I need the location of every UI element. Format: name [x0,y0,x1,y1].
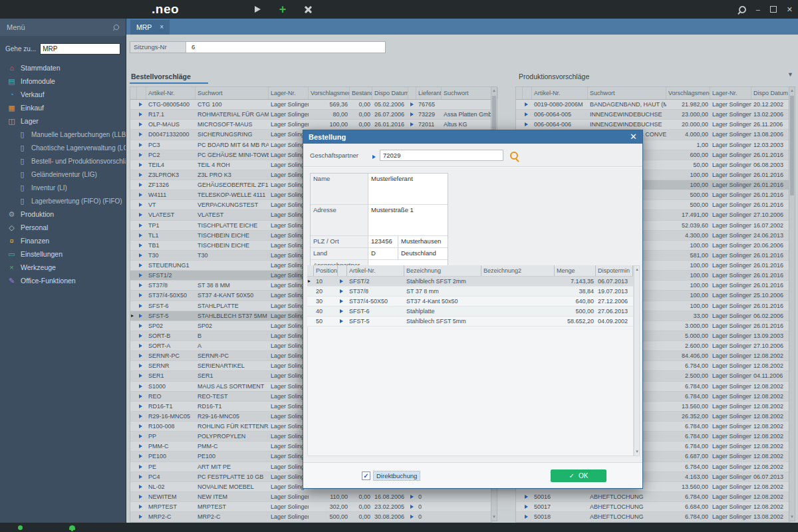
cell: Lager Solingen [710,221,751,230]
scroll-down-icon[interactable]: ▼ [789,514,795,520]
column-header[interactable]: Dispo Datum [751,87,789,99]
column-header[interactable]: Menge [555,265,596,276]
close-button[interactable]: ✕ [787,0,793,19]
scroll-thumb[interactable] [790,96,794,196]
plz-field[interactable]: 123456 [368,236,398,247]
ok-button[interactable]: ✓ OK [551,469,606,482]
table-row[interactable]: 006-0064-005INNENGEWINDEBUCHSE23.000,00L… [516,110,789,120]
column-header[interactable]: Bezeichnung [404,265,481,276]
column-header[interactable]: Vorschlagsmenge [309,87,350,99]
sidebar-item-personal[interactable]: ◇Personal [0,221,126,234]
scroll-down-icon[interactable]: ▼ [634,449,640,455]
table-row[interactable]: 30ST37/4-50X50ST37 4-Kant 50x50640,8027.… [307,297,633,307]
goto-input[interactable] [40,43,120,55]
column-header[interactable]: Artikel-Nr. [532,87,588,99]
table-row[interactable]: 50SFST-5Stahlblech SFST 5mm58.652,2004.0… [307,317,633,327]
table-row[interactable]: 40SFST-6Stahlplatte500,0027.06.2013 [307,307,633,317]
current-row-marker [130,231,137,240]
column-header[interactable]: Artikel-Nr. [146,87,196,99]
cell [442,492,498,501]
run-button[interactable] [251,2,263,17]
table-row[interactable]: CTG-08005400CTG 100Lager Solingen569,360… [130,100,491,110]
table-row[interactable]: MRPTESTMRPTESTLager Solingen302,000,0023… [130,502,491,512]
name-field[interactable]: Musterlieferant [368,174,448,204]
direktbuchung-checkbox[interactable]: ✓ [362,471,370,480]
sidebar-item-finanzen[interactable]: ¤Finanzen [0,234,126,247]
positions-scrollbar[interactable]: ▲ ▼ [634,265,640,456]
sidebar-item-bestell-und-produktionsvorschl-ge-mrp[interactable]: ▯Bestell- und Produktionsvorschläge (MRP… [0,154,126,168]
column-header[interactable]: Dispotermin [596,265,633,276]
link-arrow-icon[interactable] [372,155,376,159]
dialog-close-icon[interactable]: ✕ [630,130,637,144]
sidebar-item-verkauf[interactable]: ◔Verkauf [0,88,126,101]
scroll-up-icon[interactable]: ▲ [634,267,640,273]
column-header[interactable]: Vorschlagsmenge [666,87,710,99]
land-code-field[interactable]: D [368,248,398,259]
table-row[interactable]: NEWITEMNEW ITEMLager Solingen110,000,001… [130,492,491,502]
sidebar-item-einstellungen[interactable]: ▭Einstellungen [0,247,126,261]
tab-close-icon[interactable]: × [160,20,164,35]
minimize-button[interactable]: – [756,0,760,19]
maximize-button[interactable] [770,6,777,13]
column-header[interactable]: Lager-Nr. [710,87,751,99]
column-header[interactable]: Bezeichnung2 [481,265,555,276]
column-header[interactable]: Bestand [350,87,372,99]
column-header[interactable]: Suchwort [442,87,498,99]
table-row[interactable]: 50016ABHEFTLOCHUNG6.784,00Lager Solingen… [516,492,789,502]
sidebar-item-stammdaten[interactable]: ⌂Stammdaten [0,61,126,74]
right-panel-title[interactable]: Produktionsvorschläge [519,72,589,80]
sidebar-item-produktion[interactable]: ⚙Produktion [0,207,126,221]
partner-input[interactable] [380,150,503,161]
adresse-field[interactable]: Musterstraße 1 [368,205,448,235]
table-row[interactable]: R17.1ROHMATERIAL FÜR GAMMA-NAGELLager So… [130,110,491,120]
table-row[interactable]: 0019-0080-2006MBANDAGENBAND, HAUT (MTR)2… [516,100,789,110]
search-icon[interactable] [510,152,518,160]
column-header[interactable]: Position [314,265,338,276]
sidebar-item-lager[interactable]: ◫Lager [0,114,126,128]
pin-icon[interactable] [112,23,120,31]
sidebar-item-lagerbewertung-fifo-fifo[interactable]: ▯Lagerbewertung (FIFO) (FIFO) [0,194,126,207]
column-header[interactable]: Lieferant▼ [416,87,442,99]
table-row[interactable]: OLP-MAUSMICROSOFT-MAUSLager Solingen100,… [130,120,491,130]
link-arrow-icon [139,495,142,499]
cell: 6.784,00 [666,361,710,370]
column-header[interactable]: Lager-Nr. [269,87,309,99]
sidebar-item-manuelle-lagerbuchungen-llb[interactable]: ▯Manuelle Lagerbuchungen (LLB) [0,128,126,141]
table-row[interactable]: 50018ABHEFTLOCHUNG6.784,00Lager Solingen… [516,512,789,522]
cell: Lager Solingen [710,482,751,491]
sidebar-item-infomodule[interactable]: ▤Infomodule [0,74,126,88]
column-header[interactable]: Suchwort [196,87,269,99]
cell: 6.684,00 [666,502,710,511]
scroll-up-icon[interactable]: ▲ [789,88,795,94]
ort-field[interactable]: Musterhausen [398,236,448,247]
notification-bell-icon[interactable] [69,525,75,530]
pin-window-button[interactable] [739,6,746,13]
tab-mrp[interactable]: MRP × [130,20,170,35]
session-value[interactable]: 6 [186,42,385,53]
left-panel-title[interactable]: Bestellvorschläge [131,72,191,80]
panel-dropdown-icon[interactable]: ▼ [787,71,793,78]
column-header[interactable]: Suchwort [588,87,666,99]
right-table-scrollbar[interactable]: ▲ ▼ [789,86,795,521]
column-header[interactable]: Artikel-Nr. [347,265,404,276]
new-button[interactable]: + [277,2,289,17]
sidebar-item-einkauf[interactable]: ▦Einkauf [0,101,126,114]
current-row-marker [516,100,523,109]
cell: 06.02.2006 [751,311,789,321]
table-row[interactable]: MRP2-CMRP2-CLager Solingen500,000,0030.0… [130,512,491,522]
sidebar-item-werkzeuge[interactable]: ×Werkzeuge [0,261,126,274]
tools-button[interactable] [302,2,314,17]
scroll-up-icon[interactable]: ▲ [491,88,497,94]
table-row[interactable]: 006-0064-006INNENGEWINDEBUCHSE20.000,00L… [516,120,789,130]
scroll-down-icon[interactable]: ▼ [491,514,497,520]
sidebar-item-inventur-li[interactable]: ▯Inventur (LI) [0,181,126,194]
table-row[interactable]: 20ST37/8ST 37 8 mm38,8419.07.2013 [307,287,633,297]
sidebar-item-gel-ndeinventur-lig[interactable]: ▯Geländeinventur (LIG) [0,168,126,181]
sidebar-item-office-funktionen[interactable]: ✎Office-Funktionen [0,274,126,287]
land-name-field[interactable]: Deutschland [398,248,448,259]
table-row[interactable]: ▸10SFST/2Stahlblech SFST 2mm7.143,3506.0… [307,277,633,287]
column-header[interactable]: Dispo Datum [372,87,408,99]
table-row[interactable]: 50017ABHEFTLOCHUNG6.684,00Lager Solingen… [516,502,789,512]
sidebar-item-chaotische-lagerverwaltung-lcl[interactable]: ▯Chaotische Lagerverwaltung (LCL) [0,141,126,154]
row-arrow-cell [137,351,146,360]
